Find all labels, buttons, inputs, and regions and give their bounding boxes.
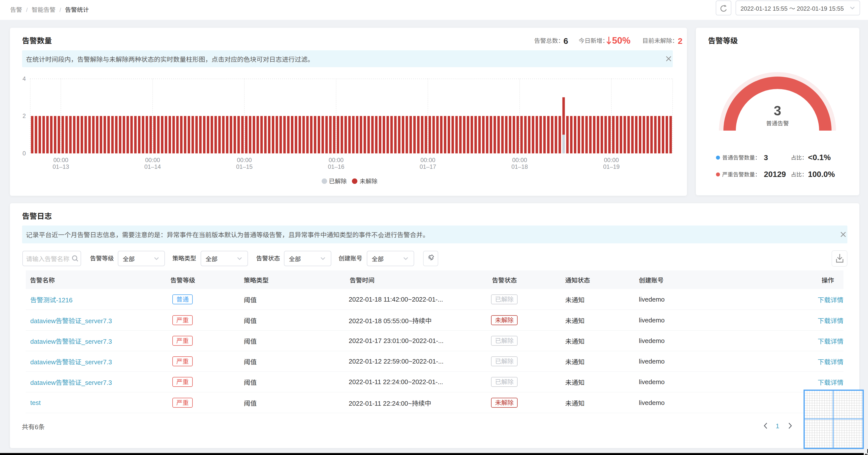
svg-text:01–17: 01–17: [420, 163, 436, 170]
svg-text:00:00: 00:00: [329, 157, 343, 163]
svg-text:占比：: 占比：: [791, 170, 807, 178]
svg-text:普通告警: 普通告警: [766, 119, 789, 127]
svg-text:0: 0: [23, 150, 26, 157]
svg-text:4: 4: [23, 75, 26, 82]
svg-text:01–16: 01–16: [328, 163, 344, 170]
svg-text:00:00: 00:00: [421, 157, 435, 163]
svg-text:严重告警数量：: 严重告警数量：: [722, 170, 761, 178]
svg-text:3: 3: [774, 103, 781, 118]
svg-text:00:00: 00:00: [145, 157, 160, 163]
svg-text:已解除: 已解除: [329, 178, 347, 185]
svg-text:01–15: 01–15: [236, 163, 253, 170]
svg-text:占比：: 占比：: [791, 153, 807, 161]
svg-text:2: 2: [23, 112, 26, 119]
svg-text:01–19: 01–19: [603, 163, 620, 170]
svg-text:20129: 20129: [764, 170, 786, 179]
svg-text:3: 3: [764, 153, 768, 162]
svg-text:100.0%: 100.0%: [808, 170, 835, 179]
svg-text:<0.1%: <0.1%: [808, 153, 831, 162]
svg-text:普通告警数量：: 普通告警数量：: [722, 153, 761, 161]
svg-text:01–18: 01–18: [512, 163, 528, 170]
svg-text:01–14: 01–14: [144, 163, 161, 170]
svg-text:1: 1: [776, 422, 779, 430]
svg-text:00:00: 00:00: [53, 157, 68, 163]
svg-text:00:00: 00:00: [237, 157, 252, 163]
svg-text:01–13: 01–13: [53, 163, 69, 170]
svg-text:未解除: 未解除: [360, 178, 377, 185]
svg-text:00:00: 00:00: [604, 157, 619, 163]
svg-text:00:00: 00:00: [512, 157, 527, 163]
